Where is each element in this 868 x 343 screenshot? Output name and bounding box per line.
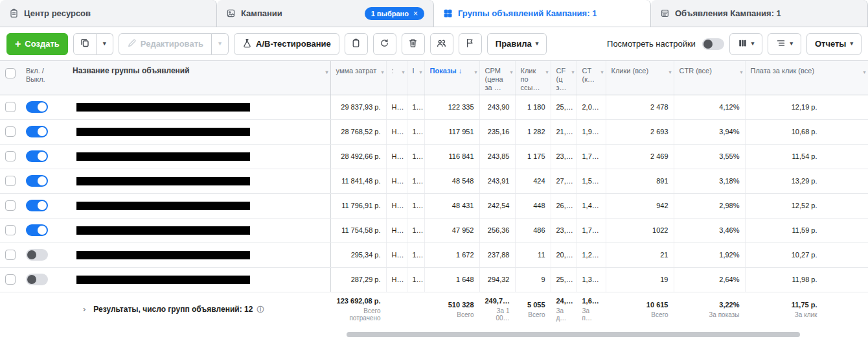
table-row: 29 837,93 р.Н…1…122 335243,901 18025,…2,… [0,95,868,119]
audience-button[interactable] [430,33,453,55]
info-icon[interactable]: ⓘ [257,305,264,313]
row-checkbox[interactable] [5,126,16,137]
cell-cpc_all: 13,29 р. [745,169,868,193]
column-header-cpc_link[interactable]: CF (ц з…▾ [551,61,577,95]
cell-col_b: 1… [407,119,424,144]
column-header-col_a[interactable]: :▾ [386,61,407,95]
ad-sets-table: Вкл. / Выкл.Название группы объявлений▾у… [0,61,868,327]
cell-spend: 287,29 р. [330,267,386,292]
cell-ctr_link: 2,0… [577,95,606,119]
ad-set-status-toggle[interactable] [26,200,48,211]
cell-clicks_all: 2 478 [606,95,674,119]
table-row: 11 841,48 р.Н…1…48 548243,9142427,…1,5…8… [0,169,868,193]
reports-label: Отчеты [815,39,847,49]
scrollbar-thumb[interactable] [347,332,800,337]
tab-campaigns[interactable]: Кампании 1 выбрано × [217,0,434,27]
column-sort-icon: ▾ [668,68,671,77]
close-icon[interactable]: × [413,9,418,18]
cell-col_b: 1… [407,169,424,193]
ad-set-status-toggle[interactable] [26,101,48,113]
ad-set-name-redacted[interactable] [76,177,250,185]
column-header-ctr_all[interactable]: CTR (все)▾ [674,61,745,95]
ad-set-name-redacted[interactable] [76,152,250,161]
ad-set-status-toggle[interactable] [26,224,48,236]
cell-ctr_link: 1,4… [577,193,606,218]
horizontal-scrollbar[interactable] [0,327,868,343]
column-header-cpc_all[interactable]: Плата за клик (все)▾ [745,61,868,95]
column-header-impressions[interactable]: Показы↓▾ [424,61,479,95]
cell-clicks_all: 2 693 [606,119,674,144]
undo-button[interactable] [373,33,396,55]
rules-button[interactable]: Правила ▾ [487,33,547,55]
row-checkbox[interactable] [5,102,16,112]
ad-set-name-redacted[interactable] [76,276,250,284]
column-header-ctr_link[interactable]: CT (к…▾ [577,61,606,95]
ad-set-name-redacted[interactable] [76,128,250,136]
tab-resource-center[interactable]: Центр ресурсов [0,0,217,27]
ad-set-name-redacted[interactable] [76,226,250,235]
cell-cpc_link: 21,… [551,119,577,144]
select-all-checkbox[interactable] [5,68,16,78]
row-checkbox[interactable] [5,151,16,161]
column-header-spend[interactable]: умма затрат▾ [330,61,386,95]
breakdown-button[interactable]: ▾ [768,33,801,55]
flag-button[interactable] [459,33,482,55]
chevron-down-icon: ▾ [218,41,222,47]
tab-ad-sets[interactable]: Группы объявлений Кампания: 1 [434,0,651,27]
column-header-clicks_all[interactable]: Клики (все)▾ [606,61,674,95]
column-sort-icon: ▾ [325,68,328,77]
cell-col_b: 1… [407,144,424,169]
expand-chevron-icon[interactable]: › [83,304,86,314]
column-header-name[interactable]: Название группы объявлений▾ [67,61,330,95]
ad-set-status-toggle[interactable] [26,274,48,285]
column-header-col_b[interactable]: I▾ [407,61,424,95]
flask-icon [242,38,252,50]
view-settings-toggle[interactable] [702,38,724,50]
column-header-toggle[interactable]: Вкл. / Выкл. [19,61,67,95]
cell-spend: 295,34 р. [330,242,386,267]
grid-icon [443,8,453,18]
row-checkbox[interactable] [5,225,16,235]
row-checkbox[interactable] [5,176,16,186]
summary-cell-cpc_link: 24,…За д… [551,292,577,327]
cell-cpc_link: 27,… [551,169,577,193]
cell-impressions: 47 952 [424,218,479,242]
ad-set-name-redacted[interactable] [76,251,250,259]
cell-ctr_all: 3,18% [674,169,745,193]
cell-col_a: Н… [386,144,407,169]
cell-ctr_all: 3,94% [674,119,745,144]
duplicate-dropdown-button[interactable]: ▾ [97,33,113,55]
delete-button[interactable] [402,33,425,55]
ab-test-button[interactable]: А/В-тестирование [234,33,339,55]
column-header-cpm[interactable]: CPM (цена за …▾ [479,61,515,95]
sort-descending-icon: ↓ [459,67,463,75]
table-row: 287,29 р.Н…1…1 648294,32925,…1,3…192,64%… [0,267,868,292]
column-header-link_clicks[interactable]: Клик по ссы…▾ [515,61,551,95]
cell-link_clicks: 1 282 [515,119,551,144]
row-checkbox[interactable] [5,274,16,285]
column-sort-icon: ▾ [740,68,742,77]
tab-ads[interactable]: Объявления Кампания: 1 [651,0,868,27]
row-checkbox[interactable] [5,200,16,211]
ad-set-status-toggle[interactable] [26,175,48,187]
cell-ctr_link: 1,7… [577,218,606,242]
ad-set-status-toggle[interactable] [26,150,48,162]
cell-impressions: 1 672 [424,242,479,267]
cell-cpc_link: 23,… [551,144,577,169]
ad-set-status-toggle[interactable] [26,249,48,261]
column-sort-icon: ▾ [510,68,512,77]
selected-count-badge[interactable]: 1 выбрано × [365,7,424,20]
paste-button[interactable] [345,33,368,55]
cell-cpc_all: 11,54 р. [745,144,868,169]
reports-button[interactable]: Отчеты ▾ [806,33,862,55]
ad-set-name-redacted[interactable] [76,202,250,210]
cell-cpm: 242,54 [479,193,515,218]
edit-button[interactable]: Редактировать [119,33,212,55]
create-button[interactable]: + Создать [6,33,68,55]
columns-button[interactable]: ▾ [729,33,763,55]
duplicate-button[interactable] [73,33,97,55]
edit-dropdown-button[interactable]: ▾ [212,33,229,55]
row-checkbox[interactable] [5,250,16,260]
ad-set-name-redacted[interactable] [76,103,250,112]
ad-set-status-toggle[interactable] [26,126,48,137]
